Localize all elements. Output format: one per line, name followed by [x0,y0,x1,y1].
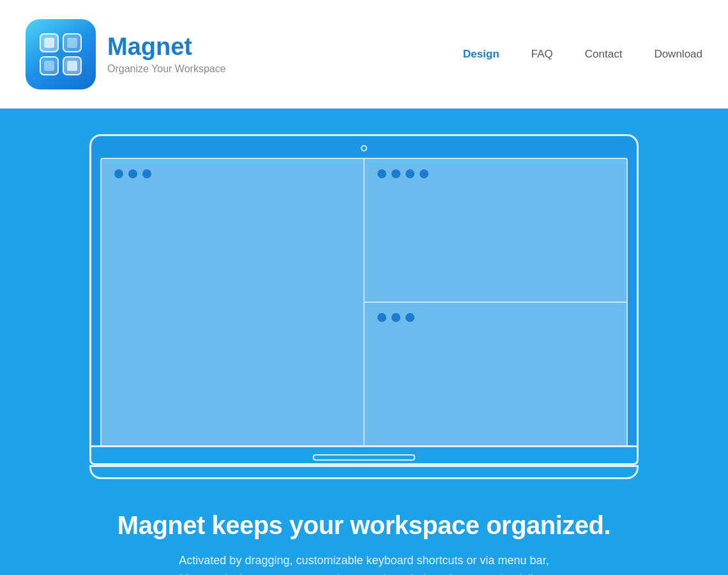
window-dot-3 [142,169,151,178]
laptop-illustration-wrapper [83,134,645,479]
hero-subtext-line1: Activated by dragging, customizable keyb… [179,554,549,567]
app-title: Magnet [107,33,226,61]
laptop-screen-outer [89,134,639,447]
window-dot-br-1 [377,313,386,322]
hero-subtext: Activated by dragging, customizable keyb… [147,551,581,575]
nav-design[interactable]: Design [463,48,499,61]
laptop-base [89,447,639,465]
laptop-feet-wrapper [89,465,639,479]
magnet-logo-icon [38,31,84,77]
hero-subtext-line2: Magnet declutters your screen by snappin… [179,572,549,575]
hero-text: Magnet keeps your workspace organized. A… [118,511,610,575]
laptop-camera [361,145,367,151]
window-dot-2 [128,169,137,178]
svg-rect-6 [44,61,54,71]
window-dot-tr-1 [377,169,386,178]
window-dots-left [114,169,351,178]
hero-headline: Magnet keeps your workspace organized. [118,511,610,540]
laptop-screen-inner [100,158,628,445]
logo-area: Magnet Organize Your Workspace [26,19,463,89]
window-pane-top-right [364,159,626,302]
svg-rect-4 [44,38,54,48]
laptop-bottom [89,465,639,479]
nav-faq[interactable]: FAQ [531,48,553,61]
window-dot-1 [114,169,123,178]
window-dots-bottom-right [377,313,614,322]
window-dot-tr-4 [420,169,428,178]
app-tagline: Organize Your Workspace [107,63,226,75]
window-dot-br-3 [406,313,414,322]
app-icon [26,19,96,89]
window-dot-br-2 [391,313,400,322]
laptop-hinge [313,454,415,461]
window-pane-left [102,159,364,445]
laptop-illustration [89,134,639,479]
nav-download[interactable]: Download [654,48,702,61]
app-name-area: Magnet Organize Your Workspace [107,33,226,75]
nav-contact[interactable]: Contact [585,48,623,61]
window-pane-bottom-right [364,302,626,445]
svg-rect-7 [67,61,77,71]
hero-section: Magnet keeps your workspace organized. A… [0,109,728,575]
main-nav: Design FAQ Contact Download [463,48,702,61]
window-dot-tr-3 [406,169,414,178]
header: Magnet Organize Your Workspace Design FA… [0,0,728,109]
window-dot-tr-2 [391,169,400,178]
window-dots-top-right [377,169,614,178]
svg-rect-5 [67,38,77,48]
